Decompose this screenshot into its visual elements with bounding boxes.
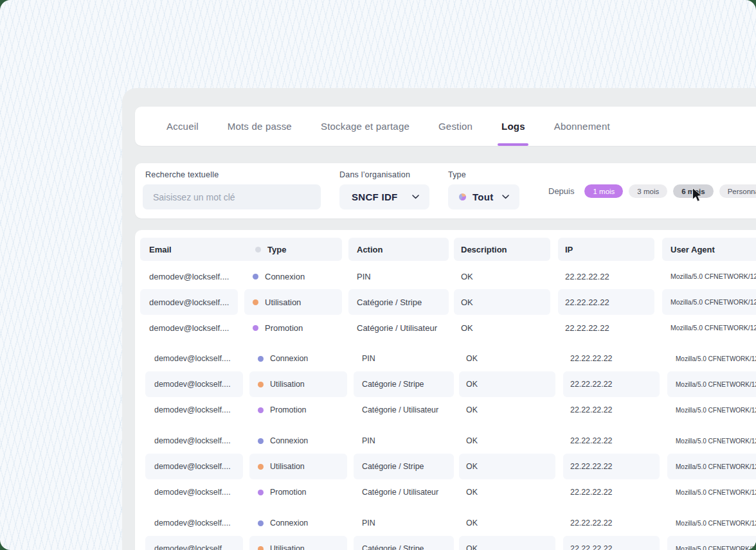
cell-email: demodev@lockself.... <box>145 428 243 454</box>
cell-action: PIN <box>354 510 454 536</box>
main-panel: Accueil Mots de passe Stockage et partag… <box>122 88 756 550</box>
cell-user-agent: Mozilla/5.0 CFNETWORK/12 <box>667 428 756 454</box>
cell-ip: 22.22.22.22 <box>558 315 654 341</box>
tab-gestion[interactable]: Gestion <box>438 107 473 146</box>
cell-type: Connexion <box>249 510 347 536</box>
cell-email: demodev@lockself.... <box>145 454 243 479</box>
chevron-down-icon <box>412 195 419 199</box>
since-pill-6-mois[interactable]: 6 mois <box>673 184 713 198</box>
column-description: Description <box>454 238 550 261</box>
cell-type: Connexion <box>249 428 347 454</box>
cell-ip: 22.22.22.22 <box>563 428 660 454</box>
type-status-icon <box>258 382 264 387</box>
cell-action: Catégorie / Stripe <box>354 536 454 550</box>
cell-user-agent: Mozilla/5.0 CFNETWORK/12 <box>667 510 756 536</box>
cell-user-agent: Mozilla/5.0 CFNETWORK/123 <box>662 263 756 289</box>
cell-action: PIN <box>354 346 454 371</box>
since-filter-group: Depuis 1 mois 3 mois 6 mois Personnalisé <box>548 184 756 198</box>
cell-user-agent: Mozilla/5.0 CFNETWORK/12 <box>667 346 756 371</box>
cell-action: PIN <box>348 263 449 289</box>
table-row[interactable]: demodev@lockself.... Connexion PIN OK 22… <box>145 346 756 371</box>
table-row[interactable]: demodev@lockself.... Utilisation Catégor… <box>145 454 756 479</box>
app-screen: Accueil Mots de passe Stockage et partag… <box>0 0 756 550</box>
cell-action: Catégorie / Stripe <box>348 289 449 315</box>
top-navigation: Accueil Mots de passe Stockage et partag… <box>135 107 756 146</box>
cell-type: Connexion <box>249 346 347 371</box>
cell-user-agent: Mozilla/5.0 CFNETWORK/123 <box>662 289 756 315</box>
organisation-label: Dans l’organisation <box>339 170 410 179</box>
table-row[interactable]: demodev@lockself.... Connexion PIN OK 22… <box>140 263 756 289</box>
cell-ip: 22.22.22.22 <box>563 346 660 371</box>
cell-email: demodev@lockself.... <box>140 289 238 315</box>
cell-ip: 22.22.22.22 <box>558 263 654 289</box>
cell-description: OK <box>459 371 555 397</box>
logs-table: Email Type Action Description IP User Ag… <box>135 230 756 550</box>
type-text: Utilisation <box>270 462 305 471</box>
cell-action: Catégorie / Stripe <box>354 371 454 397</box>
table-row[interactable]: demodev@lockself.... Utilisation Catégor… <box>145 371 756 397</box>
type-value: Tout <box>473 191 494 202</box>
table-row[interactable]: demodev@lockself.... Connexion PIN OK 22… <box>145 428 756 454</box>
type-text: Promotion <box>270 488 306 497</box>
table-row[interactable]: demodev@lockself.... Promotion Catégorie… <box>145 397 756 423</box>
type-status-icon <box>258 520 264 526</box>
organisation-select[interactable]: SNCF IDF <box>339 184 429 209</box>
cell-description: OK <box>459 346 555 371</box>
search-input[interactable] <box>143 184 321 209</box>
type-status-icon <box>258 438 264 444</box>
cell-description: OK <box>459 397 555 423</box>
type-status-icon <box>258 356 264 362</box>
table-row[interactable]: demodev@lockself.... Promotion Catégorie… <box>145 479 756 505</box>
cell-description: OK <box>454 315 550 341</box>
since-pill-personnalise[interactable]: Personnalisé <box>719 184 756 198</box>
cell-user-agent: Mozilla/5.0 CFNETWORK/12 <box>667 536 756 550</box>
cell-ip: 22.22.22.22 <box>563 510 660 536</box>
type-status-icon <box>258 407 264 413</box>
type-text: Connexion <box>270 354 308 363</box>
cell-description: OK <box>459 454 555 479</box>
cell-description: OK <box>459 428 555 454</box>
column-type: Type <box>267 245 286 254</box>
cell-user-agent: Mozilla/5.0 CFNETWORK/123 <box>662 315 756 341</box>
table-row[interactable]: demodev@lockself.... Promotion Catégorie… <box>140 315 756 341</box>
column-ip: IP <box>558 238 654 261</box>
type-text: Connexion <box>265 272 305 281</box>
type-text: Utilisation <box>270 544 305 550</box>
type-label: Type <box>448 170 466 179</box>
cell-ip: 22.22.22.22 <box>563 536 660 550</box>
tab-stockage-et-partage[interactable]: Stockage et partage <box>321 107 410 146</box>
cell-email: demodev@lockself.... <box>140 263 238 289</box>
cell-description: OK <box>459 536 555 550</box>
table-row[interactable]: demodev@lockself.... Utilisation Catégor… <box>145 536 756 550</box>
type-select[interactable]: Tout <box>448 184 519 209</box>
cell-type: Promotion <box>244 315 342 341</box>
table-row[interactable]: demodev@lockself.... Connexion PIN OK 22… <box>145 510 756 536</box>
type-status-icon <box>253 274 258 279</box>
organisation-value: SNCF IDF <box>352 191 398 202</box>
table-row[interactable]: demodev@lockself.... Utilisation Catégor… <box>140 289 756 315</box>
cell-email: demodev@lockself.... <box>145 510 243 536</box>
tab-abonnement[interactable]: Abonnement <box>554 107 610 146</box>
cell-ip: 22.22.22.22 <box>563 371 660 397</box>
since-pill-3-mois[interactable]: 3 mois <box>629 184 667 198</box>
type-filter-icon <box>459 193 466 200</box>
cell-action: Catégorie / Utilisateur <box>354 397 454 423</box>
tab-logs[interactable]: Logs <box>501 107 525 146</box>
cell-description: OK <box>459 479 555 505</box>
cell-ip: 22.22.22.22 <box>563 454 660 479</box>
cell-type: Utilisation <box>244 289 342 315</box>
since-pill-1-mois[interactable]: 1 mois <box>584 184 623 198</box>
type-text: Promotion <box>265 323 303 333</box>
tab-accueil[interactable]: Accueil <box>166 107 199 146</box>
cell-type: Utilisation <box>249 454 347 479</box>
type-text: Connexion <box>270 519 308 528</box>
cell-type: Utilisation <box>249 536 347 550</box>
chevron-down-icon <box>502 195 509 199</box>
tab-mots-de-passe[interactable]: Mots de passe <box>228 107 292 146</box>
cell-type: Utilisation <box>249 371 347 397</box>
cell-email: demodev@lockself.... <box>145 479 243 505</box>
cell-user-agent: Mozilla/5.0 CFNETWORK/12 <box>667 479 756 505</box>
column-email: Email <box>149 245 172 254</box>
cell-email: demodev@lockself.... <box>140 315 238 341</box>
type-text: Connexion <box>270 436 308 445</box>
